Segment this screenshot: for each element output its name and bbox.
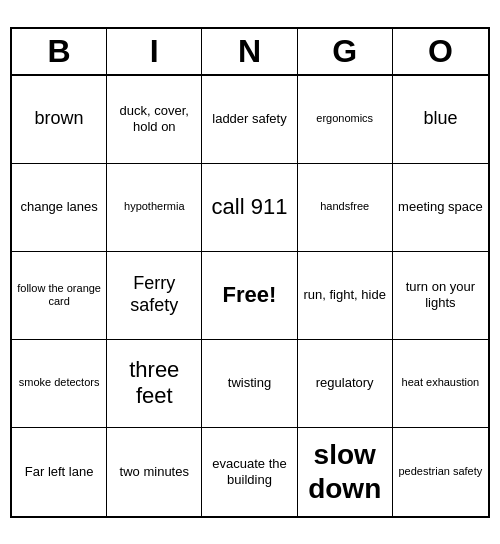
bingo-cell: pedestrian safety [393, 428, 488, 516]
bingo-cell: brown [12, 76, 107, 164]
bingo-header: BINGO [12, 29, 488, 76]
bingo-cell: duck, cover, hold on [107, 76, 202, 164]
header-letter: O [393, 29, 488, 74]
bingo-cell: change lanes [12, 164, 107, 252]
bingo-cell: follow the orange card [12, 252, 107, 340]
bingo-cell: smoke detectors [12, 340, 107, 428]
bingo-card: BINGO brownduck, cover, hold onladder sa… [10, 27, 490, 518]
bingo-cell: run, fight, hide [298, 252, 393, 340]
bingo-cell: ladder safety [202, 76, 297, 164]
bingo-cell: heat exhaustion [393, 340, 488, 428]
header-letter: I [107, 29, 202, 74]
bingo-cell: handsfree [298, 164, 393, 252]
bingo-cell: regulatory [298, 340, 393, 428]
bingo-cell: twisting [202, 340, 297, 428]
bingo-cell: evacuate the building [202, 428, 297, 516]
bingo-cell: ergonomics [298, 76, 393, 164]
bingo-grid: brownduck, cover, hold onladder safetyer… [12, 76, 488, 516]
bingo-cell: Far left lane [12, 428, 107, 516]
bingo-cell: meeting space [393, 164, 488, 252]
bingo-cell: slow down [298, 428, 393, 516]
bingo-cell: two minutes [107, 428, 202, 516]
bingo-cell: three feet [107, 340, 202, 428]
bingo-cell: turn on your lights [393, 252, 488, 340]
bingo-cell: call 911 [202, 164, 297, 252]
bingo-cell: Ferry safety [107, 252, 202, 340]
bingo-cell: Free! [202, 252, 297, 340]
header-letter: G [298, 29, 393, 74]
bingo-cell: hypothermia [107, 164, 202, 252]
header-letter: B [12, 29, 107, 74]
bingo-cell: blue [393, 76, 488, 164]
header-letter: N [202, 29, 297, 74]
